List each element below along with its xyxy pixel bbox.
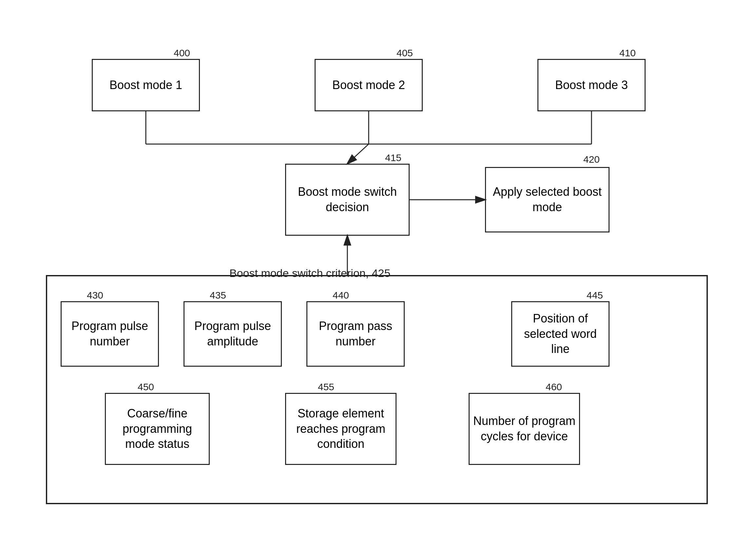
program-pulse-number-box: Program pulse number: [61, 301, 159, 367]
position-word-line-box: Position of selected word line: [511, 301, 610, 367]
apply-boost-ref: 420: [583, 154, 600, 165]
boost-mode-3-label: Boost mode 3: [555, 78, 628, 93]
boost-mode-3-box: Boost mode 3: [537, 59, 646, 111]
coarse-fine-ref: 450: [138, 382, 154, 393]
storage-element-label: Storage element reaches program conditio…: [289, 406, 392, 452]
position-word-line-label: Position of selected word line: [516, 311, 605, 357]
program-pass-number-box: Program pass number: [306, 301, 405, 367]
boost-switch-ref: 415: [385, 152, 402, 163]
program-pulse-number-ref: 430: [87, 290, 103, 301]
boost-mode-2-box: Boost mode 2: [315, 59, 423, 111]
program-cycles-box: Number of program cycles for device: [468, 393, 580, 465]
boost-switch-box: Boost mode switch decision: [285, 164, 410, 236]
program-pulse-amplitude-ref: 435: [210, 290, 226, 301]
program-pulse-amplitude-box: Program pulse amplitude: [184, 301, 282, 367]
program-cycles-ref: 460: [546, 382, 562, 393]
diagram: Boost mode 1 400 Boost mode 2 405 Boost …: [0, 0, 756, 552]
coarse-fine-box: Coarse/fine programming mode status: [105, 393, 210, 465]
program-pulse-amplitude-label: Program pulse amplitude: [188, 318, 278, 349]
program-cycles-label: Number of program cycles for device: [473, 414, 576, 444]
criterion-title-label: Boost mode switch criterion, 425: [229, 267, 390, 280]
program-pulse-number-label: Program pulse number: [65, 318, 155, 349]
boost-mode-1-label: Boost mode 1: [109, 78, 182, 93]
apply-boost-label: Apply selected boost mode: [489, 184, 605, 215]
boost-mode-2-ref: 405: [397, 47, 413, 58]
boost-mode-2-label: Boost mode 2: [332, 78, 405, 93]
coarse-fine-label: Coarse/fine programming mode status: [109, 406, 205, 452]
storage-element-ref: 455: [318, 382, 334, 393]
svg-line-6: [347, 144, 369, 164]
program-pass-number-label: Program pass number: [311, 318, 401, 349]
program-pass-number-ref: 440: [333, 290, 349, 301]
apply-boost-box: Apply selected boost mode: [485, 167, 610, 233]
boost-mode-1-box: Boost mode 1: [92, 59, 200, 111]
boost-mode-3-ref: 410: [619, 47, 636, 58]
position-word-line-ref: 445: [586, 290, 603, 301]
storage-element-box: Storage element reaches program conditio…: [285, 393, 397, 465]
boost-switch-label: Boost mode switch decision: [289, 184, 405, 215]
boost-mode-1-ref: 400: [174, 47, 190, 58]
